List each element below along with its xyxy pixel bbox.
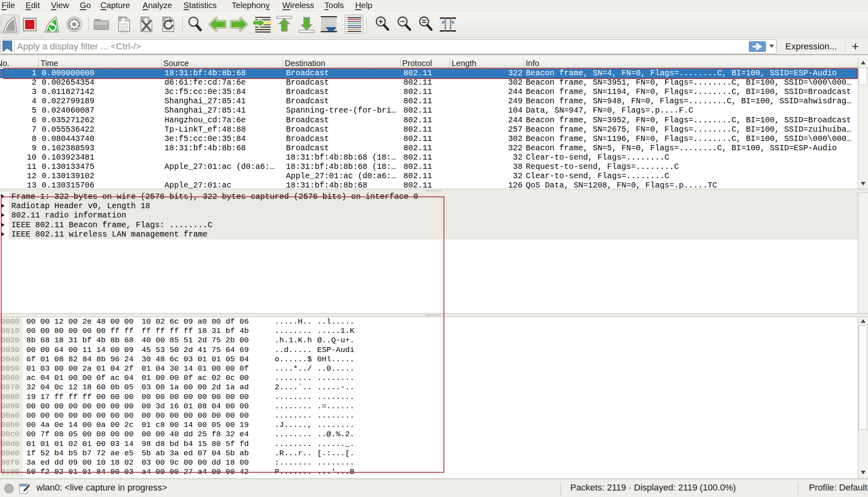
svg-text:0011: 0011 (120, 28, 128, 32)
